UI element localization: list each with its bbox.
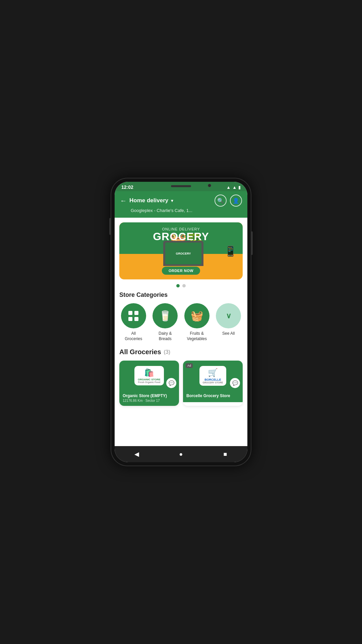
category-all-groceries[interactable]: AllGroceries (119, 303, 148, 341)
category-dairy-breads[interactable]: 🥛 Dairy &Breads (151, 303, 180, 341)
bottom-navigation: ◀ ● ■ (115, 446, 247, 462)
category-circle-see-all: ∨ (216, 303, 241, 328)
category-fruits-veg[interactable]: 🧺 Fruits &Vegetables (183, 303, 211, 341)
chat-button-borcelle[interactable]: 💬 (230, 378, 240, 388)
carousel-dot-2[interactable] (182, 284, 186, 287)
svg-rect-3 (134, 317, 138, 321)
borcelle-logo-emoji: 🛒 (208, 368, 218, 377)
category-label-see-all: See All (222, 331, 235, 336)
address-text: Googleplex - Charlie's Cafe, 1... (131, 208, 242, 213)
volume-button (109, 218, 111, 235)
borcelle-store-title: Borcelle Grocery Store (186, 393, 239, 398)
store-card-borcelle[interactable]: 🛒 BORCELLE GROCERY STORE 💬 Ad Borcelle G… (183, 361, 243, 406)
header: ← Home delivery ▾ 🔍 👤 Googleplex - Charl… (115, 191, 247, 218)
categories-row: AllGroceries 🥛 Dairy &Breads 🧺 (119, 303, 243, 341)
carousel-dots (115, 282, 247, 291)
organic-store-logo: 🛍️ ORGANIC STORE Fresh Organic Food (134, 366, 164, 385)
store-card-top-borcelle: 🛒 BORCELLE GROCERY STORE 💬 Ad (183, 361, 243, 391)
store-card-bottom-organic: Organic Store (EMPTY) 12176.86 Km · Sect… (119, 391, 179, 406)
category-see-all[interactable]: ∨ See All (215, 303, 243, 341)
svg-rect-0 (128, 311, 132, 315)
profile-icon: 👤 (233, 198, 239, 204)
organic-store-name: ORGANIC STORE (138, 378, 160, 381)
banner-title: GROCERY (153, 231, 209, 242)
dairy-icon: 🥛 (159, 310, 171, 322)
back-button[interactable]: ← (120, 197, 127, 205)
phone-screen: 12:02 ▲ ▲ ▮ ← Home delivery ▾ 🔍 (115, 182, 247, 462)
header-left: ← Home delivery ▾ (120, 197, 173, 205)
borcelle-store-logo: 🛒 BORCELLE GROCERY STORE (199, 366, 227, 386)
speaker-notch (171, 185, 191, 187)
category-circle-fruits: 🧺 (184, 303, 209, 328)
grid-icon (127, 310, 139, 322)
header-top: ← Home delivery ▾ 🔍 👤 (120, 195, 242, 207)
organic-store-title: Organic Store (EMPTY) (123, 393, 176, 398)
fruits-icon: 🧺 (191, 310, 203, 322)
status-icons: ▲ ▲ ▮ (226, 185, 241, 190)
store-card-bottom-borcelle: Borcelle Grocery Store (183, 391, 243, 402)
power-button (251, 231, 253, 255)
store-cards-row: 🛍️ ORGANIC STORE Fresh Organic Food 💬 Or… (115, 361, 247, 413)
category-circle-dairy: 🥛 (153, 303, 178, 328)
all-groceries-title: All Groceries (119, 348, 161, 356)
borcelle-store-name: BORCELLE (204, 378, 221, 381)
camera-dot (208, 184, 211, 187)
category-label-dairy: Dairy &Breads (159, 331, 172, 341)
search-button[interactable]: 🔍 (215, 195, 227, 207)
ad-badge: Ad (186, 363, 193, 368)
carousel-dot-1[interactable] (176, 284, 180, 287)
banner-container: ONLINE DELIVERY GROCERY 🧺🥦🥕 GROCERY (115, 218, 247, 282)
organic-store-info: 12176.86 Km · Sector 17 (123, 399, 176, 402)
nav-recent-button[interactable]: ■ (219, 447, 232, 461)
chevron-down-icon: ∨ (226, 312, 231, 320)
organic-logo-emoji: 🛍️ (144, 368, 154, 377)
store-card-top-organic: 🛍️ ORGANIC STORE Fresh Organic Food 💬 (119, 361, 179, 391)
signal-icon: ▲ (232, 185, 237, 190)
banner-content: ONLINE DELIVERY GROCERY (119, 222, 243, 279)
header-actions: 🔍 👤 (215, 195, 242, 207)
category-circle-all (121, 303, 146, 328)
wifi-icon: ▲ (226, 185, 231, 190)
delivery-dropdown-icon[interactable]: ▾ (171, 198, 173, 203)
battery-icon: ▮ (238, 185, 241, 190)
scroll-content[interactable]: ONLINE DELIVERY GROCERY 🧺🥦🥕 GROCERY (115, 218, 247, 446)
search-icon: 🔍 (217, 198, 224, 204)
profile-button[interactable]: 👤 (230, 195, 242, 207)
delivery-type-label[interactable]: Home delivery (129, 197, 168, 204)
category-label-all: AllGroceries (125, 331, 142, 341)
nav-back-button[interactable]: ◀ (130, 447, 143, 461)
all-groceries-header: All Groceries (3) (115, 345, 247, 361)
store-card-organic[interactable]: 🛍️ ORGANIC STORE Fresh Organic Food 💬 Or… (119, 361, 179, 406)
svg-rect-1 (134, 311, 138, 315)
groceries-count: (3) (164, 349, 171, 355)
phone-frame: 12:02 ▲ ▲ ▮ ← Home delivery ▾ 🔍 (111, 178, 251, 466)
store-categories-section: Store Categories AllGroceries (115, 291, 247, 345)
svg-rect-2 (128, 317, 132, 321)
promotional-banner[interactable]: ONLINE DELIVERY GROCERY 🧺🥦🥕 GROCERY (119, 222, 243, 279)
chat-button-organic[interactable]: 💬 (166, 378, 176, 388)
borcelle-store-sub: GROCERY STORE (203, 381, 223, 384)
organic-store-sub: Fresh Organic Food (138, 381, 161, 383)
category-label-fruits: Fruits &Vegetables (187, 331, 207, 341)
nav-home-button[interactable]: ● (174, 447, 188, 461)
status-time: 12:02 (121, 184, 133, 190)
store-categories-title: Store Categories (119, 291, 243, 299)
